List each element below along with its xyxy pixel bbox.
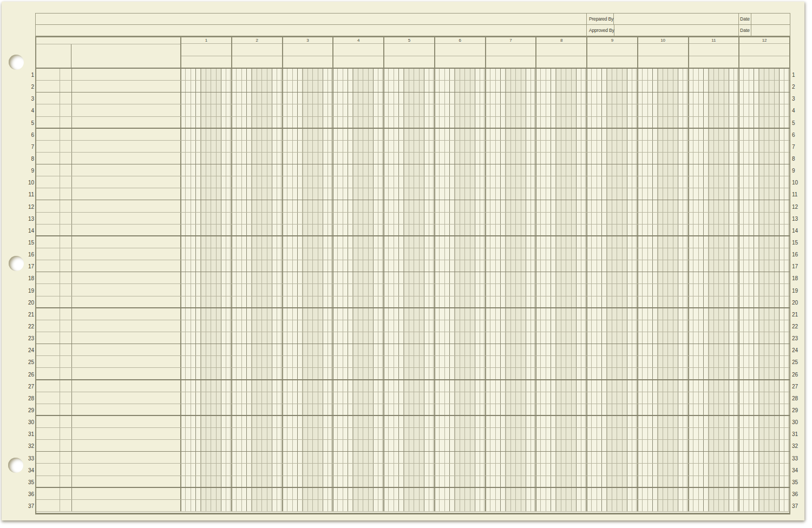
column-header-subrows [536, 44, 586, 68]
amount-column [738, 69, 789, 512]
column-header-subrow [181, 56, 231, 68]
column-header-subrow [739, 56, 789, 68]
row-number: 15 [20, 237, 34, 249]
row-number: 26 [20, 369, 34, 381]
column-header-subrows [689, 44, 739, 68]
column-header: 2 [231, 37, 282, 68]
amount-column [282, 69, 333, 512]
ledger-table: 123456789101112 [35, 36, 790, 514]
row-number: 15 [792, 237, 806, 249]
column-header-subrow [232, 44, 282, 56]
row-number: 8 [792, 153, 806, 165]
row-number: 36 [20, 489, 34, 500]
row-number: 22 [20, 321, 34, 333]
prepared-by-field [614, 14, 738, 24]
column-header-row: 123456789101112 [180, 37, 789, 68]
row-number: 24 [792, 345, 806, 357]
column-header-subrow [283, 44, 333, 56]
row-number: 31 [20, 428, 34, 440]
column-number-label: 5 [384, 37, 434, 44]
column-number-label: 2 [232, 37, 282, 44]
row-number: 13 [792, 213, 806, 225]
ledger-paper: Prepared By Date Approved By Date 123456… [2, 2, 804, 520]
row-number: 35 [20, 477, 34, 489]
row-number: 17 [20, 261, 34, 273]
column-number-label: 7 [486, 37, 536, 44]
column-number-label: 11 [689, 37, 739, 44]
amount-column [231, 69, 282, 512]
row-number: 23 [20, 333, 34, 345]
row-number: 2 [792, 81, 806, 93]
column-header-subrows [384, 44, 434, 68]
row-number: 26 [792, 369, 806, 381]
column-header-subrows [486, 44, 536, 68]
amount-column [485, 69, 536, 512]
row-number: 28 [792, 393, 806, 405]
row-number: 32 [792, 440, 806, 452]
row-number: 10 [792, 177, 806, 189]
row-number: 25 [20, 357, 34, 368]
row-number: 16 [792, 249, 806, 261]
top-strip: Prepared By Date Approved By Date [35, 13, 790, 36]
row-number: 21 [792, 309, 806, 321]
date-label: Date [738, 25, 751, 36]
column-header: 10 [637, 37, 688, 68]
header-band: 123456789101112 [36, 37, 789, 69]
row-number: 7 [20, 141, 34, 153]
row-number: 14 [792, 225, 806, 237]
column-header-subrow [384, 44, 434, 56]
row-number: 17 [792, 261, 806, 273]
row-number: 12 [20, 201, 34, 213]
row-number: 1 [792, 69, 806, 81]
amount-column [383, 69, 434, 512]
amount-column [434, 69, 485, 512]
column-header-subrows [587, 44, 637, 68]
date-field [751, 14, 790, 24]
row-number: 33 [792, 453, 806, 465]
column-header: 11 [688, 37, 739, 68]
row-number: 5 [20, 117, 34, 129]
amount-column [637, 69, 688, 512]
row-number: 9 [20, 165, 34, 177]
row-number: 14 [20, 225, 34, 237]
row-number: 30 [20, 417, 34, 428]
column-header-subrow [587, 44, 637, 56]
column-header-subrow [536, 56, 586, 68]
amount-column [688, 69, 739, 512]
column-header-subrow [638, 44, 688, 56]
top-strip-spacer [36, 14, 586, 24]
row-number: 36 [792, 489, 806, 500]
date-column-header [36, 44, 71, 68]
column-header: 6 [434, 37, 485, 68]
row-number: 11 [20, 189, 34, 201]
row-number: 20 [792, 297, 806, 309]
row-number: 19 [792, 285, 806, 297]
row-numbers-right: 1234567891011121314151617181920212223242… [792, 69, 806, 513]
row-number: 4 [792, 105, 806, 117]
column-header-subrow [435, 56, 485, 68]
row-number: 12 [792, 201, 806, 213]
column-header-subrows [638, 44, 688, 68]
column-number-label: 4 [333, 37, 383, 44]
row-number: 34 [792, 465, 806, 477]
description-header-bottom [36, 44, 180, 68]
row-number: 29 [792, 405, 806, 417]
column-header: 7 [485, 37, 536, 68]
column-header-subrow [536, 44, 586, 56]
column-header: 9 [586, 37, 637, 68]
column-header: 8 [535, 37, 586, 68]
row-number: 5 [792, 117, 806, 129]
column-header: 5 [383, 37, 434, 68]
column-header-subrow [232, 56, 282, 68]
row-number: 27 [792, 381, 806, 393]
row-number: 13 [20, 213, 34, 225]
description-body-column [36, 69, 180, 512]
row-number: 20 [20, 297, 34, 309]
row-number: 32 [20, 440, 34, 452]
column-header-subrow [486, 44, 536, 56]
column-header-subrow [689, 44, 739, 56]
amount-column [586, 69, 637, 512]
row-number: 3 [792, 93, 806, 105]
column-number-label: 1 [181, 37, 231, 44]
date-label: Date [738, 14, 751, 24]
